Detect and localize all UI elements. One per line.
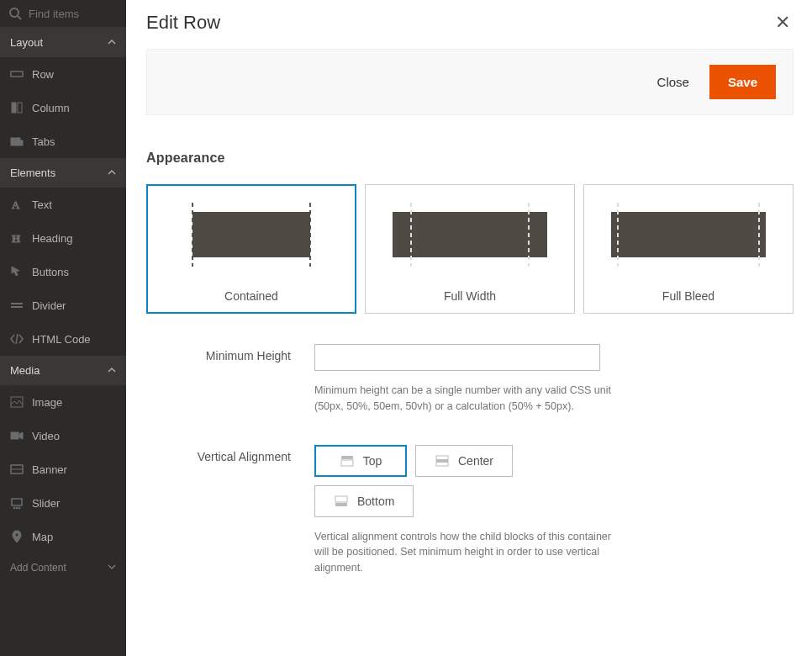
min-height-input[interactable] bbox=[314, 344, 600, 371]
svg-rect-34 bbox=[335, 496, 347, 502]
heading-icon: H bbox=[10, 231, 24, 245]
sidebar-item-video[interactable]: Video bbox=[0, 419, 126, 452]
svg-rect-3 bbox=[12, 103, 16, 113]
sidebar-item-label: Text bbox=[32, 198, 52, 211]
text-icon: A bbox=[10, 198, 24, 211]
svg-rect-24 bbox=[393, 212, 547, 257]
appearance-label: Full Width bbox=[374, 289, 566, 303]
close-button[interactable]: Close bbox=[652, 68, 694, 96]
svg-rect-27 bbox=[611, 212, 766, 257]
valign-label: Vertical Alignment bbox=[146, 445, 314, 576]
header-row: Edit Row ✕ bbox=[146, 5, 794, 49]
appearance-label: Contained bbox=[156, 289, 347, 303]
sidebar-item-buttons[interactable]: Buttons bbox=[0, 255, 126, 288]
svg-rect-33 bbox=[436, 459, 448, 463]
contained-preview-icon bbox=[156, 198, 347, 271]
page-title: Edit Row bbox=[146, 12, 220, 34]
save-button[interactable]: Save bbox=[709, 65, 776, 99]
section-label: Layout bbox=[10, 36, 43, 49]
sidebar-item-image[interactable]: Image bbox=[0, 385, 126, 419]
svg-line-1 bbox=[18, 16, 21, 19]
svg-point-0 bbox=[10, 8, 18, 17]
sidebar-item-heading[interactable]: H Heading bbox=[0, 221, 126, 255]
valign-row: Vertical Alignment Top Center Bottom Ver… bbox=[146, 445, 794, 576]
sidebar-item-htmlcode[interactable]: HTML Code bbox=[0, 322, 126, 356]
valign-option-top[interactable]: Top bbox=[314, 445, 407, 477]
valign-help: Vertical alignment controls how the chil… bbox=[314, 529, 617, 576]
appearance-label: Full Bleed bbox=[593, 289, 784, 303]
sidebar-item-slider[interactable]: Slider bbox=[0, 486, 126, 520]
sidebar-item-banner[interactable]: Banner bbox=[0, 452, 126, 486]
svg-rect-30 bbox=[341, 456, 353, 459]
sidebar-item-label: Video bbox=[32, 430, 60, 442]
code-icon bbox=[10, 332, 24, 346]
image-icon bbox=[10, 395, 24, 409]
sidebar-item-text[interactable]: A Text bbox=[0, 188, 126, 221]
buttons-icon bbox=[10, 265, 24, 278]
fullbleed-preview-icon bbox=[593, 198, 784, 271]
align-center-icon bbox=[435, 455, 450, 467]
section-header-addcontent[interactable]: Add Content bbox=[0, 553, 126, 582]
chevron-down-icon bbox=[108, 562, 116, 574]
video-icon bbox=[10, 429, 24, 442]
sidebar-item-label: Divider bbox=[32, 299, 66, 312]
section-label: Add Content bbox=[10, 562, 66, 574]
sidebar-item-label: Row bbox=[32, 68, 54, 81]
appearance-option-fullwidth[interactable]: Full Width bbox=[365, 184, 575, 314]
svg-rect-35 bbox=[335, 503, 347, 506]
sidebar-item-label: Heading bbox=[32, 232, 72, 245]
section-header-layout[interactable]: Layout bbox=[0, 28, 126, 57]
sidebar-item-column[interactable]: Column bbox=[0, 91, 126, 124]
svg-point-19 bbox=[18, 507, 20, 509]
close-icon[interactable]: ✕ bbox=[772, 8, 794, 37]
sidebar-item-map[interactable]: Map bbox=[0, 520, 126, 553]
row-icon bbox=[10, 67, 24, 81]
valign-option-bottom[interactable]: Bottom bbox=[314, 485, 414, 517]
content-panel: Edit Row ✕ Close Save Appearance Contain… bbox=[126, 0, 812, 656]
sidebar-item-label: Map bbox=[32, 531, 53, 543]
chevron-up-icon bbox=[108, 167, 116, 179]
chevron-up-icon bbox=[108, 36, 116, 49]
svg-rect-7 bbox=[11, 140, 23, 145]
appearance-option-contained[interactable]: Contained bbox=[146, 184, 356, 314]
section-label: Elements bbox=[10, 167, 55, 179]
min-height-help: Minimum height can be a single number wi… bbox=[314, 383, 617, 415]
sidebar-item-row[interactable]: Row bbox=[0, 57, 126, 91]
divider-icon bbox=[10, 299, 24, 312]
valign-option-label: Top bbox=[363, 454, 382, 468]
svg-point-20 bbox=[15, 533, 18, 537]
valign-option-center[interactable]: Center bbox=[415, 445, 513, 477]
svg-rect-2 bbox=[11, 71, 23, 77]
sidebar-item-label: HTML Code bbox=[32, 333, 91, 346]
sidebar-item-label: Tabs bbox=[32, 135, 55, 148]
svg-point-18 bbox=[16, 507, 18, 509]
svg-text:H: H bbox=[12, 232, 20, 245]
valign-options: Top Center bbox=[314, 445, 667, 477]
svg-rect-16 bbox=[12, 499, 22, 505]
map-icon bbox=[10, 530, 24, 543]
svg-point-17 bbox=[13, 507, 15, 509]
section-header-media[interactable]: Media bbox=[0, 356, 126, 385]
min-height-row: Minimum Height Minimum height can be a s… bbox=[146, 344, 794, 415]
valign-option-label: Bottom bbox=[357, 495, 394, 508]
sidebar-item-tabs[interactable]: Tabs bbox=[0, 124, 126, 158]
sidebar-item-label: Banner bbox=[32, 463, 67, 476]
svg-rect-13 bbox=[11, 432, 18, 439]
appearance-title: Appearance bbox=[146, 151, 794, 166]
sidebar-item-divider[interactable]: Divider bbox=[0, 288, 126, 322]
appearance-option-fullbleed[interactable]: Full Bleed bbox=[583, 184, 794, 314]
section-header-elements[interactable]: Elements bbox=[0, 158, 126, 188]
chevron-up-icon bbox=[108, 364, 116, 377]
valign-option-label: Center bbox=[458, 454, 493, 468]
svg-rect-4 bbox=[18, 103, 22, 113]
sidebar-item-label: Buttons bbox=[32, 266, 69, 278]
svg-rect-23 bbox=[192, 212, 310, 257]
sidebar-item-label: Column bbox=[32, 102, 70, 114]
search-input[interactable] bbox=[29, 8, 118, 20]
sidebar-item-label: Image bbox=[32, 396, 62, 409]
svg-rect-31 bbox=[341, 460, 353, 466]
tabs-icon bbox=[10, 135, 24, 148]
search-row bbox=[0, 0, 126, 28]
section-label: Media bbox=[10, 364, 40, 377]
action-bar: Close Save bbox=[146, 49, 794, 115]
